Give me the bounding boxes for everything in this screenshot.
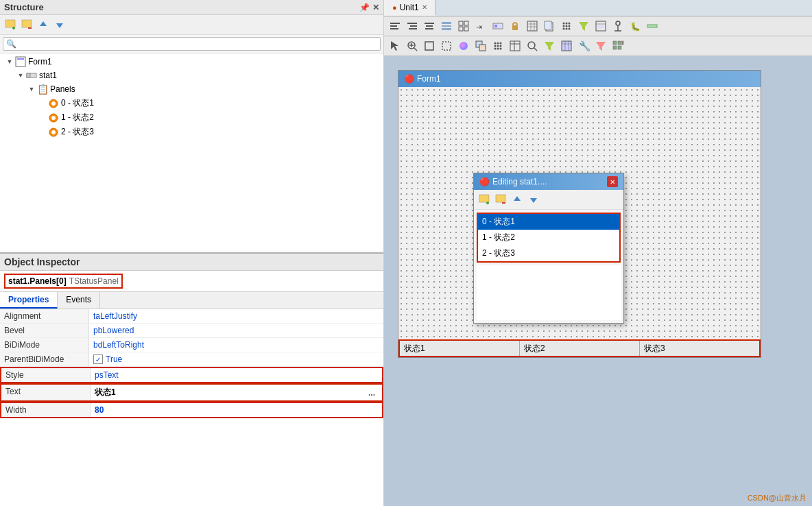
tb2-dotted-rect[interactable] — [438, 38, 455, 54]
tab-close-button[interactable]: ✕ — [422, 3, 427, 11]
tb-component[interactable] — [490, 18, 506, 34]
ellipsis-button[interactable]: ... — [366, 388, 378, 398]
svg-marker-5 — [40, 21, 47, 26]
tb2-zoom-in[interactable] — [404, 38, 420, 54]
delete-item-button[interactable] — [19, 17, 34, 32]
svg-point-57 — [616, 21, 620, 25]
tb2-dots-grid[interactable] — [490, 38, 506, 54]
tb2-square[interactable] — [421, 38, 438, 54]
editing-dialog: 🔴 Editing stat1.... ✕ — [473, 173, 624, 324]
tb-table[interactable] — [524, 18, 540, 34]
dialog-close-button[interactable]: ✕ — [607, 176, 618, 187]
prop-value[interactable]: taLeftJustify — [89, 309, 383, 323]
pin-icon[interactable]: 📌 — [359, 3, 370, 12]
tb2-select[interactable] — [387, 38, 403, 54]
tb-filter[interactable] — [575, 18, 592, 34]
tb2-filter3[interactable] — [593, 38, 609, 54]
watermark: CSDN@山音水月 — [748, 493, 807, 503]
component-icon — [26, 70, 37, 81]
svg-point-12 — [51, 101, 56, 106]
tb2-wrench[interactable]: 🔧 — [575, 38, 592, 54]
structure-panel: Structure 📌 ✕ — [0, 0, 383, 254]
prop-value[interactable]: 状态1 ... — [91, 385, 382, 400]
dialog-list-item-2[interactable]: 2 - 状态3 — [478, 245, 619, 261]
svg-point-78 — [494, 48, 497, 50]
tab-label: Unit1 — [400, 3, 419, 12]
svg-point-80 — [500, 48, 502, 50]
tb2-search[interactable] — [524, 38, 540, 54]
svg-point-16 — [51, 130, 56, 134]
svg-rect-98 — [479, 195, 489, 202]
svg-rect-21 — [410, 25, 417, 27]
move-up-button[interactable] — [36, 17, 51, 32]
tab-properties[interactable]: Properties — [0, 292, 58, 309]
tab-bar: ● Unit1 ✕ — [384, 0, 812, 16]
prop-value[interactable]: bdLeftToRight — [89, 338, 383, 352]
tree-item-panel2[interactable]: 2 - 状态3 — [0, 125, 383, 139]
object-selector-box[interactable]: stat1.Panels[0] TStatusPanel — [4, 274, 123, 289]
prop-value[interactable]: 80 — [91, 403, 382, 417]
object-selector-row: stat1.Panels[0] TStatusPanel — [0, 271, 383, 292]
tab-events[interactable]: Events — [58, 292, 100, 309]
svg-rect-24 — [426, 25, 433, 27]
tb-anchor[interactable] — [610, 18, 626, 34]
dialog-add-button[interactable] — [477, 192, 492, 207]
tb2-table2[interactable] — [558, 38, 575, 54]
tb-align-right[interactable] — [404, 18, 420, 34]
object-inspector-panel: Object Inspector stat1.Panels[0] TStatus… — [0, 254, 383, 506]
tb-lock[interactable] — [507, 18, 523, 34]
tb-align-left[interactable] — [387, 18, 403, 34]
tb2-grid2[interactable] — [610, 38, 626, 54]
tb2-two-rect[interactable] — [473, 38, 489, 54]
tree-label: stat1 — [39, 71, 57, 80]
right-panel: ● Unit1 ✕ ⇥ — [384, 0, 812, 506]
move-down-button[interactable] — [52, 17, 67, 32]
dialog-list-item-0[interactable]: 0 - 状态1 — [478, 214, 619, 230]
dialog-title-left: 🔴 Editing stat1.... — [479, 177, 547, 186]
svg-rect-71 — [479, 45, 486, 51]
tb2-columns[interactable] — [507, 38, 523, 54]
tb-copy[interactable] — [541, 18, 558, 34]
tree-label: Panels — [50, 84, 75, 94]
add-item-button[interactable] — [3, 17, 18, 32]
svg-point-50 — [563, 28, 565, 30]
tb-colfilter[interactable] — [593, 18, 609, 34]
dialog-toolbar — [474, 190, 623, 210]
dialog-delete-button[interactable] — [493, 192, 508, 207]
tree-item-stat1[interactable]: ▼ stat1 — [0, 69, 383, 82]
status-bar-component: 状态1 状态2 状态3 — [398, 339, 761, 357]
tb-grid[interactable] — [455, 18, 472, 34]
prop-value[interactable]: psText — [91, 368, 382, 382]
tree-item-form1[interactable]: ▼ Form1 — [0, 55, 383, 69]
prop-name: Bevel — [0, 324, 89, 337]
svg-marker-53 — [579, 22, 588, 31]
left-panel: Structure 📌 ✕ — [0, 0, 384, 506]
search-input[interactable] — [3, 37, 381, 51]
tb-tab-order[interactable]: ⇥ — [473, 18, 489, 34]
tb-extra[interactable] — [644, 18, 660, 34]
tree-item-panel1[interactable]: 1 - 状态2 — [0, 110, 383, 125]
prop-value[interactable]: pbLowered — [89, 324, 383, 337]
dialog-down-button[interactable] — [526, 192, 541, 207]
tab-unit1[interactable]: ● Unit1 ✕ — [384, 0, 436, 16]
tb-distribute[interactable] — [438, 18, 455, 34]
svg-rect-23 — [425, 23, 434, 24]
dialog-list-item-1[interactable]: 1 - 状态2 — [478, 230, 619, 245]
tb-debug[interactable]: 🐛 — [627, 18, 643, 34]
tree-item-panel0[interactable]: 0 - 状态1 — [0, 96, 383, 110]
tb2-filter2[interactable] — [541, 38, 558, 54]
svg-marker-62 — [391, 41, 398, 51]
svg-rect-27 — [442, 25, 451, 27]
dialog-up-button[interactable] — [510, 192, 525, 207]
close-icon[interactable]: ✕ — [372, 3, 379, 12]
panel-item-icon — [48, 98, 59, 109]
tree-item-panels[interactable]: ▼ 📋 Panels — [0, 82, 383, 96]
svg-rect-61 — [647, 25, 657, 27]
prop-value[interactable]: ✓ True — [89, 352, 383, 366]
svg-point-76 — [497, 45, 499, 47]
svg-rect-8 — [17, 58, 24, 60]
tb-dotgrid[interactable] — [558, 18, 575, 34]
tb2-color[interactable] — [455, 38, 472, 54]
svg-rect-56 — [597, 25, 604, 28]
tb-align-center[interactable] — [421, 18, 438, 34]
